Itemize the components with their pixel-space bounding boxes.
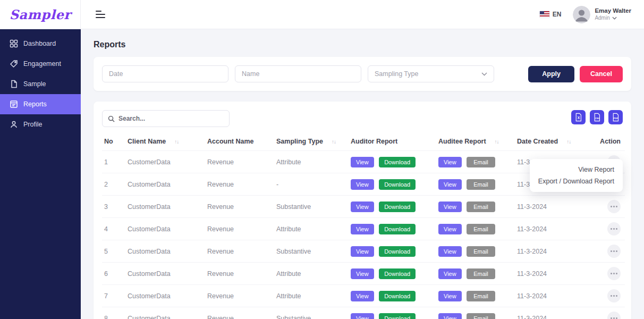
language-selector[interactable]: EN: [540, 11, 562, 18]
auditor-download-button[interactable]: Download: [379, 157, 416, 167]
sidebar-item-reports[interactable]: Reports: [0, 94, 81, 114]
auditor-view-button[interactable]: View: [351, 202, 374, 212]
row-actions-button[interactable]: [607, 312, 621, 319]
cell-auditor-report: View Download: [349, 240, 436, 263]
sidebar-item-engagement[interactable]: Engagement: [0, 54, 81, 74]
cell-client-name: CustomerData: [125, 196, 205, 218]
auditee-email-button[interactable]: Email: [467, 246, 495, 257]
auditor-view-button[interactable]: View: [351, 246, 374, 257]
cell-no: 2: [102, 173, 125, 196]
cell-action: [585, 285, 625, 307]
cell-no: 5: [102, 240, 125, 263]
name-filter-input[interactable]: [235, 65, 361, 82]
table-row: 4 CustomerData Revenue Attribute View Do…: [102, 218, 625, 240]
auditor-download-button[interactable]: Download: [379, 268, 416, 279]
cell-no: 4: [102, 218, 125, 240]
table-row: 5 CustomerData Revenue Substantive View …: [102, 240, 625, 263]
apply-button[interactable]: Apply: [528, 66, 574, 82]
sidebar-item-sample[interactable]: Sample: [0, 74, 81, 94]
auditor-download-button[interactable]: Download: [379, 246, 416, 257]
column-header-sampling-type[interactable]: Sampling Type↑↓: [274, 133, 349, 151]
logo-container: Sampler: [0, 0, 81, 29]
row-actions-button[interactable]: [607, 222, 621, 236]
auditee-email-button[interactable]: Email: [467, 268, 495, 279]
cell-account-name: Revenue: [205, 263, 274, 285]
auditor-view-button[interactable]: View: [351, 179, 374, 190]
menu-item-view-report[interactable]: View Report: [538, 164, 614, 175]
auditor-download-button[interactable]: Download: [379, 179, 416, 190]
sidebar-toggle-button[interactable]: [94, 9, 107, 20]
table-head: No Client Name↑↓ Account Name Sampling T…: [102, 133, 625, 151]
column-header-client-name[interactable]: Client Name↑↓: [125, 133, 205, 151]
auditee-email-button[interactable]: Email: [467, 313, 495, 319]
user-role: Admin: [595, 15, 609, 21]
search-box: [102, 110, 230, 127]
date-filter-input[interactable]: [102, 65, 228, 82]
auditee-email-button[interactable]: Email: [467, 224, 495, 234]
auditor-view-button[interactable]: View: [351, 291, 374, 301]
sidebar-item-profile[interactable]: Profile: [0, 114, 81, 135]
export-csv-button[interactable]: CSV: [590, 110, 604, 124]
column-header-auditee-report[interactable]: Auditee Report↑↓: [436, 133, 515, 151]
search-input[interactable]: [118, 115, 224, 122]
sidebar-item-dashboard[interactable]: Dashboard: [0, 33, 81, 54]
auditor-download-button[interactable]: Download: [379, 224, 416, 234]
cell-account-name: Revenue: [205, 218, 274, 240]
export-button-label: X: [578, 116, 580, 120]
export-buttons: X CSV PDF: [571, 110, 623, 124]
us-flag-icon: [540, 11, 549, 18]
auditor-download-button[interactable]: Download: [379, 313, 416, 319]
cell-account-name: Revenue: [205, 285, 274, 307]
table-header-row: No Client Name↑↓ Account Name Sampling T…: [102, 133, 625, 151]
auditee-view-button[interactable]: View: [438, 179, 462, 190]
ellipsis-icon: [611, 228, 612, 230]
auditee-view-button[interactable]: View: [438, 224, 462, 234]
filter-actions: Apply Cancel: [528, 66, 623, 82]
column-header-date-created[interactable]: Date Created↑↓: [515, 133, 585, 151]
auditee-email-button[interactable]: Email: [467, 157, 495, 167]
table-row: 7 CustomerData Revenue Attribute View Do…: [102, 285, 625, 307]
auditee-view-button[interactable]: View: [438, 291, 462, 301]
cell-auditee-report: View Email: [436, 285, 515, 307]
auditor-view-button[interactable]: View: [351, 313, 374, 319]
cell-account-name: Revenue: [205, 151, 274, 173]
sort-icon: ↑↓: [566, 139, 571, 145]
menu-item-export-download-report[interactable]: Export / Download Report: [538, 175, 614, 187]
filter-bar: Sampling Type Apply Cancel: [94, 57, 631, 91]
auditor-download-button[interactable]: Download: [379, 202, 416, 212]
auditee-email-button[interactable]: Email: [467, 202, 495, 212]
user-menu[interactable]: Emay Walter Admin: [573, 6, 631, 23]
export-excel-button[interactable]: X: [571, 110, 586, 124]
user-meta: Emay Walter Admin: [595, 7, 631, 21]
row-actions-button[interactable]: [607, 245, 621, 258]
auditor-download-button[interactable]: Download: [379, 291, 416, 301]
row-actions-button[interactable]: [607, 200, 621, 213]
auditee-view-button[interactable]: View: [438, 157, 462, 167]
column-header-no: No: [102, 133, 125, 151]
app-window: Sampler Dashboard Engagement Sample Repo…: [0, 0, 644, 319]
row-actions-button[interactable]: [607, 267, 621, 280]
ellipsis-icon: [611, 250, 612, 252]
auditee-view-button[interactable]: View: [438, 268, 462, 279]
auditee-view-button[interactable]: View: [438, 202, 462, 212]
cancel-button[interactable]: Cancel: [580, 66, 623, 82]
cell-action: [585, 218, 625, 240]
auditor-view-button[interactable]: View: [351, 157, 374, 167]
auditee-email-button[interactable]: Email: [467, 291, 495, 301]
cell-account-name: Revenue: [205, 307, 274, 319]
search-icon: [108, 115, 115, 122]
export-pdf-button[interactable]: PDF: [608, 110, 623, 124]
auditee-email-button[interactable]: Email: [467, 179, 495, 190]
auditor-view-button[interactable]: View: [351, 224, 374, 234]
auditor-view-button[interactable]: View: [351, 268, 374, 279]
sampling-type-select[interactable]: Sampling Type: [368, 65, 494, 82]
row-actions-button[interactable]: [607, 289, 621, 303]
cell-action: [585, 240, 625, 263]
cell-sampling-type: Attribute: [274, 218, 349, 240]
auditee-view-button[interactable]: View: [438, 313, 462, 319]
auditee-view-button[interactable]: View: [438, 246, 462, 257]
cell-auditor-report: View Download: [349, 263, 436, 285]
cell-date-created: 11-3-2024: [515, 196, 585, 218]
cell-client-name: CustomerData: [125, 240, 205, 263]
ellipsis-icon: [611, 206, 612, 207]
